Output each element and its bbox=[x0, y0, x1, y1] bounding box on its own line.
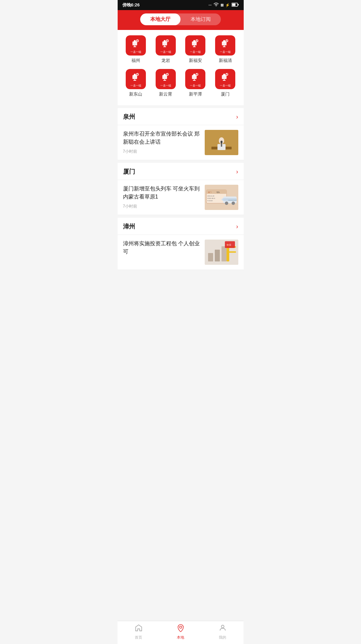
news-text: 泉州市召开全市宣传部长会议 郑新聪在会上讲话 7小时前 bbox=[123, 130, 201, 154]
svg-rect-19 bbox=[164, 74, 166, 76]
svg-rect-46 bbox=[228, 200, 237, 201]
svg-rect-4 bbox=[134, 40, 136, 43]
news-image-xiamen: 厦门 包头 2019-11-30 D7221 09:15 ¥ 113.50 bbox=[205, 185, 238, 210]
screen-icon: ⊠ bbox=[220, 3, 224, 7]
section-title-xiamen: 厦门 bbox=[123, 168, 135, 176]
section-header-zhangzhou[interactable]: 漳州 › bbox=[118, 218, 244, 235]
svg-rect-22 bbox=[193, 74, 195, 76]
desk-mic-icon bbox=[131, 39, 141, 49]
svg-text:2019-11-30: 2019-11-30 bbox=[207, 195, 214, 197]
svg-rect-13 bbox=[223, 40, 225, 43]
news-time-xiamen: 7小时前 bbox=[123, 204, 201, 209]
icon-fuzhou[interactable]: 一县一端 福州 bbox=[124, 35, 148, 64]
svg-text:厦门: 厦门 bbox=[208, 191, 211, 193]
icon-xinfuqing[interactable]: 一县一端 新福清 bbox=[213, 35, 237, 64]
icon-label: 一县一端 bbox=[190, 84, 201, 87]
news-text-zhangzhou: 漳州将实施投资工程包 个人创业可 bbox=[123, 240, 201, 258]
news-image-quanzhou bbox=[205, 130, 238, 155]
section-title-quanzhou: 泉州 bbox=[123, 113, 135, 121]
icon-row-1: 一县一端 福州 bbox=[118, 35, 244, 64]
icon-label: 一县一端 bbox=[130, 84, 141, 87]
tab-local-subscribe[interactable]: 本地订阅 bbox=[180, 13, 221, 25]
icon-xinfuan[interactable]: 一县一端 新福安 bbox=[184, 35, 207, 64]
wifi-icon bbox=[213, 3, 219, 7]
icon-row-2: 一县一端 新东山 bbox=[118, 69, 244, 97]
tab-local-hall[interactable]: 本地大厅 bbox=[140, 13, 180, 25]
svg-point-45 bbox=[232, 202, 235, 205]
svg-text:创业: 创业 bbox=[227, 244, 231, 246]
desk-mic-icon-6 bbox=[161, 72, 170, 83]
icon-label: 一县一端 bbox=[220, 84, 231, 87]
city-name: 新平潭 bbox=[189, 91, 202, 97]
svg-rect-25 bbox=[223, 74, 225, 76]
arrow-icon-xiamen: › bbox=[236, 168, 238, 175]
desk-mic-icon-4 bbox=[220, 39, 230, 49]
svg-rect-16 bbox=[134, 74, 136, 76]
svg-rect-48 bbox=[208, 253, 213, 261]
status-time: 傍晚6:26 bbox=[122, 2, 140, 8]
svg-text:¥ 113.50: ¥ 113.50 bbox=[207, 200, 213, 202]
svg-rect-50 bbox=[222, 246, 227, 261]
desk-mic-icon-7 bbox=[191, 72, 200, 83]
news-title-zhangzhou: 漳州将实施投资工程包 个人创业可 bbox=[123, 240, 201, 256]
icon-label: 一县一端 bbox=[190, 50, 201, 54]
news-item-quanzhou-1[interactable]: 泉州市召开全市宣传部长会议 郑新聪在会上讲话 7小时前 bbox=[118, 125, 244, 160]
section-title-zhangzhou: 漳州 bbox=[123, 222, 135, 230]
city-name: 新云霄 bbox=[159, 91, 172, 97]
section-header-quanzhou[interactable]: 泉州 › bbox=[118, 108, 244, 125]
desk-mic-icon-2 bbox=[161, 39, 170, 49]
city-name: 新福清 bbox=[219, 58, 232, 64]
flash-icon: ⚡ bbox=[225, 3, 230, 7]
svg-rect-2 bbox=[232, 4, 235, 6]
icon-grid: 一县一端 福州 bbox=[118, 30, 244, 105]
svg-text:D7221 09:15: D7221 09:15 bbox=[207, 198, 215, 199]
desk-mic-icon-3 bbox=[191, 39, 200, 49]
news-title-xiamen: 厦门新增至包头列车 可坐火车到内蒙古看草原1 bbox=[123, 185, 201, 201]
status-bar: 傍晚6:26 ··· ⊠ ⚡ bbox=[118, 0, 244, 10]
signal-icon: ··· bbox=[208, 3, 211, 7]
city-name: 新福安 bbox=[189, 58, 202, 64]
icon-label: 一县一端 bbox=[160, 50, 171, 54]
svg-rect-10 bbox=[193, 40, 195, 43]
icon-xindongshan[interactable]: 一县一端 新东山 bbox=[124, 69, 148, 97]
svg-text:包头: 包头 bbox=[216, 191, 220, 193]
news-time: 7小时前 bbox=[123, 149, 201, 154]
arrow-icon-quanzhou: › bbox=[236, 113, 238, 120]
news-item-zhangzhou-1[interactable]: 漳州将实施投资工程包 个人创业可 创业 bbox=[118, 235, 244, 270]
icon-xiamen-grid[interactable]: 一县一端 厦门 bbox=[213, 69, 237, 97]
svg-point-33 bbox=[220, 141, 223, 143]
news-text-xiamen: 厦门新增至包头列车 可坐火车到内蒙古看草原1 7小时前 bbox=[123, 185, 201, 209]
icon-xinpingtan[interactable]: 一县一端 新平潭 bbox=[184, 69, 207, 97]
status-icons: ··· ⊠ ⚡ bbox=[208, 3, 239, 7]
desk-mic-icon-5 bbox=[131, 72, 141, 83]
tab-switcher: 本地大厅 本地订阅 bbox=[140, 13, 221, 25]
svg-point-44 bbox=[225, 202, 228, 205]
section-header-xiamen[interactable]: 厦门 › bbox=[118, 163, 244, 180]
city-name: 龙岩 bbox=[161, 58, 170, 64]
city-name: 新东山 bbox=[129, 91, 142, 97]
icon-xinyunxiao[interactable]: 一县一端 新云霄 bbox=[154, 69, 177, 97]
svg-rect-7 bbox=[164, 40, 166, 43]
section-xiamen: 厦门 › 厦门新增至包头列车 可坐火车到内蒙古看草原1 7小时前 厦门 包头 2… bbox=[118, 163, 244, 215]
svg-rect-49 bbox=[215, 250, 220, 261]
icon-label: 一县一端 bbox=[160, 84, 171, 87]
city-name: 福州 bbox=[131, 58, 140, 64]
section-zhangzhou: 漳州 › 漳州将实施投资工程包 个人创业可 bbox=[118, 218, 244, 270]
svg-rect-53 bbox=[229, 251, 236, 253]
desk-mic-icon-8 bbox=[220, 72, 230, 83]
icon-label: 一县一端 bbox=[220, 50, 231, 54]
svg-rect-1 bbox=[238, 4, 239, 5]
section-quanzhou: 泉州 › 泉州市召开全市宣传部长会议 郑新聪在会上讲话 7小时前 bbox=[118, 108, 244, 160]
arrow-icon-zhangzhou: › bbox=[236, 223, 238, 230]
icon-label: 一县一端 bbox=[130, 50, 141, 54]
news-title: 泉州市召开全市宣传部长会议 郑新聪在会上讲话 bbox=[123, 130, 201, 146]
news-item-xiamen-1[interactable]: 厦门新增至包头列车 可坐火车到内蒙古看草原1 7小时前 厦门 包头 2019-1… bbox=[118, 180, 244, 215]
icon-longyan[interactable]: 一县一端 龙岩 bbox=[154, 35, 177, 64]
news-image-zhangzhou: 创业 bbox=[205, 240, 238, 265]
city-name: 厦门 bbox=[221, 91, 230, 97]
battery-icon bbox=[232, 3, 239, 7]
header: 本地大厅 本地订阅 bbox=[118, 10, 244, 30]
